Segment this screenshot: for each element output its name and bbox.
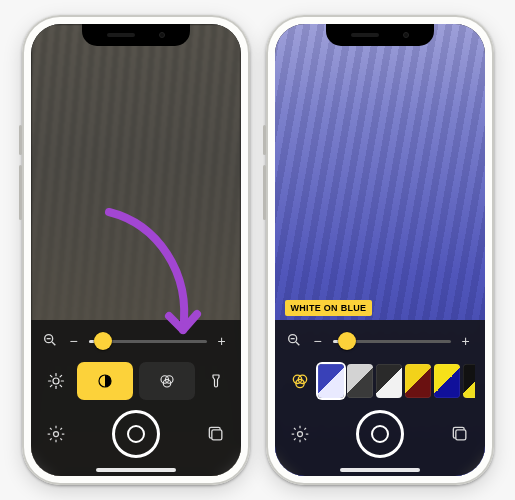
zoom-slider-row: − + (41, 328, 231, 354)
mode-row (41, 362, 231, 400)
zoom-out-icon[interactable] (41, 332, 59, 351)
screen: − + (31, 24, 241, 476)
controls-panel: − + (275, 320, 485, 476)
home-indicator[interactable] (96, 468, 176, 472)
filter-swatch-row (285, 362, 475, 400)
filters-button[interactable] (285, 362, 315, 400)
flashlight-button[interactable] (201, 362, 231, 400)
filter-name-badge: WHITE ON BLUE (285, 300, 373, 316)
notch (82, 24, 190, 46)
svg-line-19 (296, 342, 299, 345)
svg-point-16 (53, 432, 58, 437)
filter-swatch[interactable] (405, 364, 431, 398)
plus-icon[interactable]: + (213, 333, 231, 349)
contrast-button[interactable] (77, 362, 133, 400)
svg-line-1 (52, 342, 55, 345)
plus-icon[interactable]: + (457, 333, 475, 349)
multi-capture-button[interactable] (203, 421, 229, 447)
filter-swatch[interactable] (434, 364, 460, 398)
filter-swatch[interactable] (463, 364, 475, 398)
svg-rect-25 (455, 430, 465, 440)
brightness-button[interactable] (41, 362, 71, 400)
svg-rect-17 (211, 430, 221, 440)
svg-point-24 (297, 432, 302, 437)
settings-button[interactable] (287, 421, 313, 447)
svg-line-11 (60, 375, 62, 377)
phone-left: − + (22, 15, 250, 485)
minus-icon[interactable]: − (65, 333, 83, 349)
filter-swatch[interactable] (376, 364, 402, 398)
controls-panel: − + (31, 320, 241, 476)
minus-icon[interactable]: − (309, 333, 327, 349)
svg-point-3 (53, 378, 59, 384)
multi-capture-button[interactable] (447, 421, 473, 447)
zoom-slider[interactable] (333, 340, 451, 343)
shutter-button[interactable] (112, 410, 160, 458)
svg-line-10 (50, 385, 52, 387)
shutter-row (285, 408, 475, 460)
svg-line-8 (50, 375, 52, 377)
phone-right: WHITE ON BLUE − + (266, 15, 494, 485)
zoom-slider-row: − + (285, 328, 475, 354)
svg-line-9 (60, 385, 62, 387)
shutter-button[interactable] (356, 410, 404, 458)
filter-swatch[interactable] (347, 364, 373, 398)
shutter-row (41, 408, 231, 460)
settings-button[interactable] (43, 421, 69, 447)
zoom-out-icon[interactable] (285, 332, 303, 351)
zoom-thumb[interactable] (94, 332, 112, 350)
zoom-slider[interactable] (89, 340, 207, 343)
filter-swatch[interactable] (318, 364, 344, 398)
screen: WHITE ON BLUE − + (275, 24, 485, 476)
zoom-thumb[interactable] (338, 332, 356, 350)
notch (326, 24, 434, 46)
home-indicator[interactable] (340, 468, 420, 472)
filters-button[interactable] (139, 362, 195, 400)
